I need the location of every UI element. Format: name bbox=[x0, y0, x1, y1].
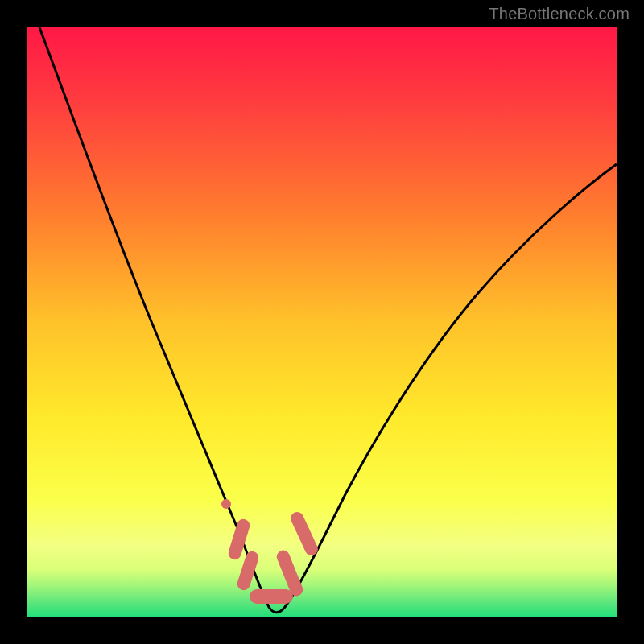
watermark-text: TheBottleneck.com bbox=[489, 5, 630, 23]
marker-segment bbox=[250, 589, 293, 604]
marker-dot bbox=[221, 499, 231, 509]
bottleneck-chart bbox=[27, 27, 617, 617]
chart-frame bbox=[27, 27, 617, 617]
gradient-background bbox=[27, 27, 617, 617]
